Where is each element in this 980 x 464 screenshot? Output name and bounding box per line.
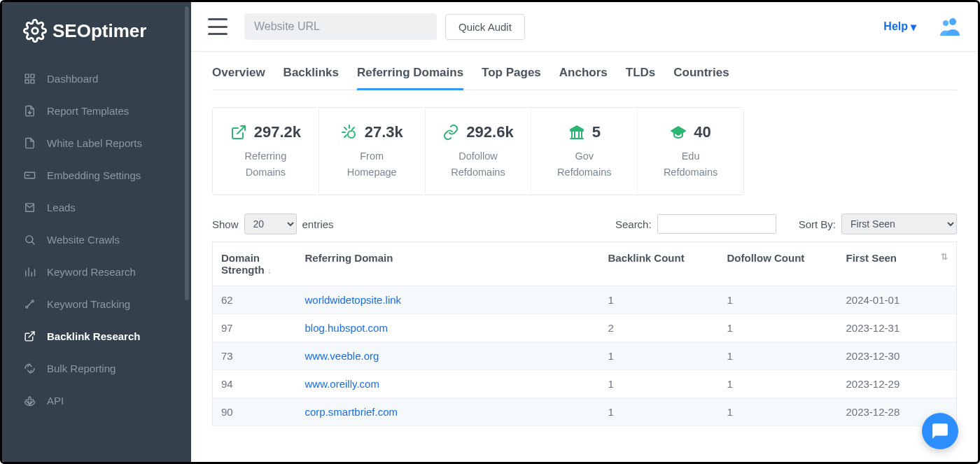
- cell-strength: 90: [213, 398, 297, 426]
- sidebar-item-label: Dashboard: [47, 73, 98, 85]
- gov-icon: [568, 124, 585, 141]
- stat-label: DofollowRefdomains: [433, 148, 524, 181]
- sidebar-item-dashboard[interactable]: Dashboard: [2, 62, 191, 94]
- sort-select[interactable]: First Seen: [841, 213, 957, 234]
- col-header-domain[interactable]: Referring Domain: [297, 242, 600, 286]
- svg-rect-1: [25, 74, 29, 78]
- sidebar-item-api[interactable]: API: [2, 384, 191, 416]
- sidebar-item-bulk[interactable]: Bulk Reporting: [2, 352, 191, 384]
- help-dropdown[interactable]: Help ▾: [883, 20, 916, 34]
- api-icon: [23, 394, 36, 407]
- table-row: 73 www.veeble.org 1 1 2023-12-30: [213, 342, 957, 370]
- sidebar-item-label: Report Templates: [47, 105, 129, 117]
- sidebar: SEOptimer DashboardReport TemplatesWhite…: [2, 2, 191, 462]
- svg-rect-3: [25, 79, 29, 83]
- table-row: 62 worldwidetopsite.link 1 1 2024-01-01: [213, 286, 957, 314]
- cell-dofollow: 1: [719, 398, 838, 426]
- sidebar-item-label: Website Crawls: [47, 234, 120, 246]
- sidebar-item-whitelabel[interactable]: White Label Reports: [2, 127, 191, 159]
- bulk-icon: [23, 362, 36, 374]
- table-row: 97 blog.hubspot.com 2 1 2023-12-31: [213, 314, 957, 342]
- cell-backlinks: 1: [600, 342, 719, 370]
- col-header-dofollow[interactable]: Dofollow Count: [719, 242, 838, 286]
- entries-select[interactable]: 20: [244, 213, 297, 234]
- menu-toggle-button[interactable]: [208, 18, 227, 35]
- referring-domain-link[interactable]: blog.hubspot.com: [305, 322, 388, 334]
- tab-tlds[interactable]: TLDs: [626, 62, 656, 90]
- help-label: Help: [883, 20, 908, 33]
- dashboard-icon: [23, 72, 36, 85]
- chat-icon: [931, 422, 949, 440]
- table-search-input[interactable]: [657, 214, 776, 234]
- referring-domain-link[interactable]: corp.smartbrief.com: [305, 406, 398, 418]
- sidebar-item-label: Leads: [47, 202, 76, 213]
- sidebar-item-embedding[interactable]: Embedding Settings: [2, 159, 191, 191]
- chat-widget-button[interactable]: [922, 413, 958, 449]
- svg-rect-4: [30, 79, 34, 83]
- sidebar-item-leads[interactable]: Leads: [2, 191, 191, 223]
- tab-overview[interactable]: Overview: [212, 62, 265, 90]
- tab-countries[interactable]: Countries: [673, 62, 729, 90]
- sidebar-item-tracking[interactable]: Keyword Tracking: [2, 288, 191, 320]
- cell-strength: 97: [213, 314, 297, 342]
- sidebar-item-label: Embedding Settings: [47, 169, 141, 181]
- sidebar-scrollbar[interactable]: [185, 6, 189, 300]
- tabs-row: OverviewBacklinksReferring DomainsTop Pa…: [212, 62, 957, 90]
- brand-logo: SEOptimer: [2, 2, 191, 57]
- stat-link: 292.6kDofollowRefdomains: [426, 108, 532, 195]
- sidebar-item-label: Keyword Tracking: [47, 298, 130, 310]
- sidebar-item-label: Backlink Research: [47, 330, 140, 342]
- cell-first-seen: 2023-12-29: [838, 370, 957, 398]
- content-area: OverviewBacklinksReferring DomainsTop Pa…: [191, 52, 978, 462]
- sidebar-item-keyword[interactable]: Keyword Research: [2, 255, 191, 288]
- cell-strength: 73: [213, 342, 297, 370]
- show-label: Show: [212, 218, 239, 230]
- svg-point-17: [943, 20, 948, 26]
- tab-referring-domains[interactable]: Referring Domains: [357, 62, 463, 90]
- col-header-backlinks[interactable]: Backlink Count: [600, 242, 719, 286]
- tab-top-pages[interactable]: Top Pages: [482, 62, 541, 90]
- col-header-first-seen[interactable]: First Seen⇅: [838, 242, 957, 286]
- user-avatar-icon[interactable]: [939, 17, 961, 36]
- crawls-icon: [23, 233, 36, 246]
- gear-icon: [23, 19, 47, 43]
- col-header-strength[interactable]: Domain Strength↓: [213, 242, 297, 286]
- sort-label: Sort By:: [799, 218, 836, 230]
- topbar: Quick Audit Help ▾: [191, 2, 978, 52]
- url-input[interactable]: [244, 13, 437, 40]
- sidebar-item-templates[interactable]: Report Templates: [2, 94, 191, 127]
- svg-line-8: [31, 241, 34, 244]
- referring-domain-link[interactable]: www.veeble.org: [305, 350, 379, 362]
- tab-backlinks[interactable]: Backlinks: [284, 62, 339, 90]
- cell-first-seen: 2023-12-31: [838, 314, 957, 342]
- stat-value: 297.2k: [254, 123, 301, 141]
- sidebar-item-label: Keyword Research: [47, 266, 136, 278]
- referring-domain-link[interactable]: www.oreilly.com: [305, 378, 379, 390]
- cell-dofollow: 1: [719, 286, 838, 314]
- stat-value: 27.3k: [365, 123, 403, 141]
- main-area: Quick Audit Help ▾ OverviewBacklinksRefe…: [191, 2, 978, 462]
- cell-backlinks: 1: [600, 286, 719, 314]
- stat-gov: 5GovRefdomains: [531, 108, 638, 195]
- cell-dofollow: 1: [719, 314, 838, 342]
- cell-first-seen: 2023-12-30: [838, 342, 957, 370]
- stat-value: 292.6k: [466, 123, 513, 141]
- svg-line-15: [27, 302, 31, 306]
- table-controls: Show 20 entries Search: Sort By: First S…: [212, 213, 957, 234]
- tab-anchors[interactable]: Anchors: [559, 62, 608, 90]
- quick-audit-button[interactable]: Quick Audit: [445, 14, 525, 40]
- backlink-icon: [23, 330, 36, 342]
- sidebar-item-backlink[interactable]: Backlink Research: [2, 320, 191, 352]
- cell-dofollow: 1: [719, 370, 838, 398]
- embedding-icon: [23, 169, 36, 181]
- referring-domain-link[interactable]: worldwidetopsite.link: [305, 294, 402, 306]
- sidebar-item-crawls[interactable]: Website Crawls: [2, 223, 191, 255]
- external-icon: [230, 124, 247, 141]
- stat-label: GovRefdomains: [538, 148, 630, 181]
- cell-backlinks: 2: [600, 314, 719, 342]
- svg-point-18: [348, 131, 355, 138]
- table-row: 90 corp.smartbrief.com 1 1 2023-12-28: [213, 398, 957, 426]
- stat-label: ReferringDomains: [220, 148, 312, 181]
- cell-strength: 62: [213, 286, 297, 314]
- stat-label: FromHomepage: [326, 148, 418, 181]
